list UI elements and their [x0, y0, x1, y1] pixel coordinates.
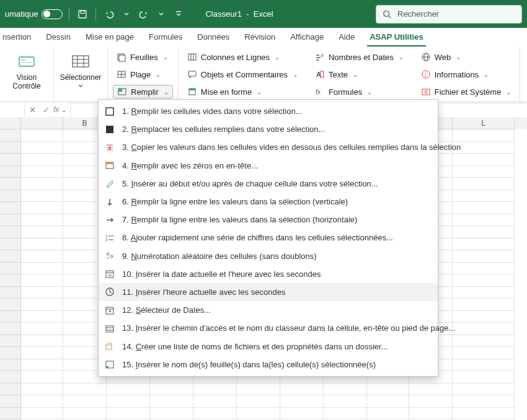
row-header[interactable]: [0, 335, 21, 348]
cell[interactable]: [63, 408, 107, 420]
objets-commentaires-button[interactable]: Objets et Commentaires⌄: [184, 68, 301, 81]
web-button[interactable]: Web⌄: [417, 50, 515, 64]
cell[interactable]: [324, 408, 367, 420]
row-header[interactable]: [0, 287, 21, 299]
cell[interactable]: [63, 383, 107, 396]
row-header[interactable]: [0, 274, 21, 287]
cell[interactable]: [453, 311, 515, 323]
cell[interactable]: [367, 395, 409, 408]
texte-button[interactable]: A Texte⌄: [311, 68, 407, 81]
plage-button[interactable]: Plage⌄: [113, 68, 173, 81]
cell[interactable]: [237, 408, 280, 420]
cell[interactable]: [21, 395, 63, 408]
cell[interactable]: [453, 250, 515, 263]
column-header[interactable]: L: [453, 117, 515, 129]
row-header[interactable]: [0, 190, 21, 203]
undo-dropdown-icon[interactable]: [120, 7, 133, 22]
row-header[interactable]: [0, 299, 21, 311]
cell[interactable]: [324, 383, 367, 396]
cell[interactable]: [21, 287, 63, 299]
selectionner-button[interactable]: Sélectionner: [59, 50, 102, 99]
row-header[interactable]: [0, 395, 21, 408]
redo-icon[interactable]: [137, 7, 151, 22]
menu-item[interactable]: ?9. Numérotation aléatoire des cellules …: [99, 247, 438, 265]
cell[interactable]: [21, 371, 63, 383]
undo-icon[interactable]: [102, 7, 116, 22]
feuilles-button[interactable]: Feuilles⌄: [113, 50, 173, 64]
cell[interactable]: [21, 154, 63, 166]
cell[interactable]: [150, 383, 193, 396]
menu-item[interactable]: 5. Insérer au début et/ou après de chaqu…: [99, 175, 438, 193]
cell[interactable]: [150, 408, 193, 420]
cell[interactable]: [107, 408, 150, 420]
search-box[interactable]: Rechercher: [376, 5, 522, 24]
cell[interactable]: [453, 274, 515, 287]
cell[interactable]: [21, 190, 63, 203]
menu-item[interactable]: 4. Remplir avec les zéros en en-tête...: [99, 157, 438, 175]
qat-customize-icon[interactable]: [172, 7, 185, 22]
cell[interactable]: [453, 178, 515, 190]
colonnes-lignes-button[interactable]: Colonnes et Lignes⌄: [184, 50, 301, 64]
menu-item[interactable]: 3110. Insérer la date actuelle et l'heur…: [99, 265, 438, 283]
cell[interactable]: [21, 178, 63, 190]
cell[interactable]: [453, 166, 515, 178]
cell[interactable]: [237, 395, 280, 408]
name-box[interactable]: [0, 102, 25, 117]
cell[interactable]: [21, 263, 63, 275]
row-header[interactable]: [0, 323, 21, 335]
vision-controle-button[interactable]: Vision Contrôle: [5, 50, 48, 99]
cell[interactable]: [21, 129, 63, 142]
cell[interactable]: [453, 359, 515, 372]
cell[interactable]: [453, 408, 515, 420]
cell[interactable]: [453, 263, 515, 275]
cell[interactable]: [453, 129, 515, 142]
cell[interactable]: [453, 299, 515, 311]
cell[interactable]: [21, 250, 63, 263]
menu-item[interactable]: 7. Remplir la ligne entre les valeurs da…: [99, 211, 438, 229]
cell[interactable]: [21, 359, 63, 372]
column-header[interactable]: [21, 117, 63, 129]
cell[interactable]: [280, 395, 324, 408]
fichier-systeme-button[interactable]: Fichier et Système⌄: [417, 85, 515, 98]
cell[interactable]: [453, 347, 515, 359]
informations-button[interactable]: i Informations⌄: [417, 68, 515, 81]
row-header[interactable]: [0, 311, 21, 323]
cell[interactable]: [409, 383, 453, 396]
cell[interactable]: [453, 395, 515, 408]
menu-item[interactable]: 11. Insérer l'heure actuelle avec les se…: [99, 283, 438, 301]
cell[interactable]: [453, 371, 515, 383]
row-header[interactable]: [0, 371, 21, 383]
confirm-edit-icon[interactable]: ✓: [40, 105, 52, 115]
cell[interactable]: [453, 190, 515, 203]
cell[interactable]: [453, 226, 515, 238]
row-header[interactable]: [0, 359, 21, 372]
formules-button[interactable]: fx Formules⌄: [311, 85, 407, 98]
tab-donnees[interactable]: Données: [195, 28, 232, 46]
cell[interactable]: [193, 395, 237, 408]
cell[interactable]: [21, 299, 63, 311]
row-header[interactable]: [0, 178, 21, 190]
cell[interactable]: [21, 238, 63, 251]
cell[interactable]: [453, 335, 515, 348]
cell[interactable]: [453, 154, 515, 166]
cell[interactable]: [150, 395, 193, 408]
menu-item[interactable]: 128. Ajouter rapidement une série de chi…: [99, 229, 438, 247]
cell[interactable]: [453, 323, 515, 335]
cell[interactable]: [193, 408, 237, 420]
cell[interactable]: [21, 383, 63, 396]
cell[interactable]: [453, 287, 515, 299]
cell[interactable]: [21, 347, 63, 359]
menu-item[interactable]: 14. Créer une liste de noms de fichiers …: [99, 337, 438, 355]
tab-formules[interactable]: Formules: [146, 28, 185, 46]
menu-item[interactable]: 12. Sélecteur de Dates...: [99, 301, 438, 319]
row-header[interactable]: [0, 129, 21, 142]
cell[interactable]: [21, 166, 63, 178]
cell[interactable]: [21, 408, 63, 420]
menu-item[interactable]: 13. Insérer le chemin d'accès et le nom …: [99, 319, 438, 337]
tab-revision[interactable]: Révision: [242, 28, 278, 46]
nombres-dates-button[interactable]: # Nombres et Dates⌄: [311, 50, 407, 64]
cell[interactable]: [237, 383, 280, 396]
redo-dropdown-icon[interactable]: [154, 7, 168, 22]
cell[interactable]: [21, 311, 63, 323]
row-header[interactable]: [0, 408, 21, 420]
